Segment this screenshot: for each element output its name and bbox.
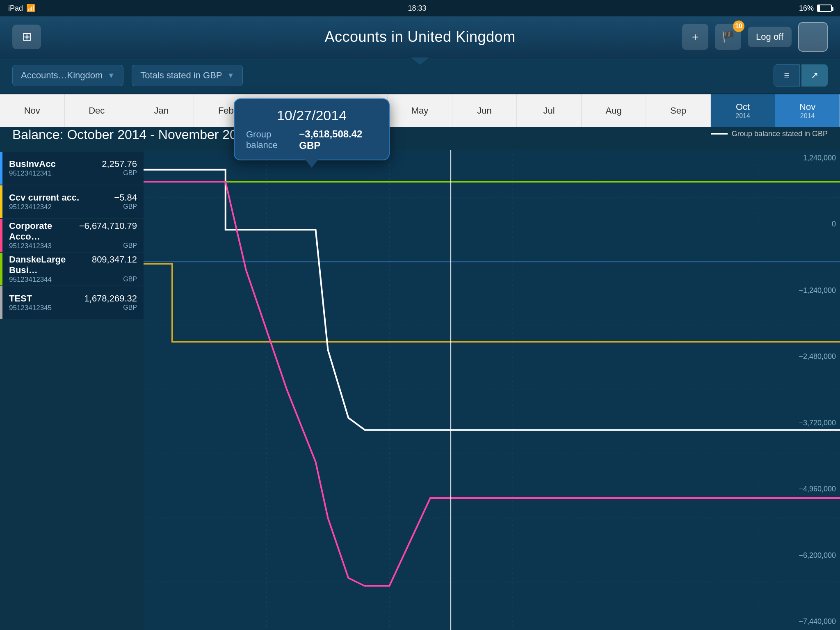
header: ⊞ Accounts in United Kingdom ＋ 🏴 10 Log … — [0, 16, 840, 57]
account-currency-4: GBP — [123, 304, 137, 311]
account-currency-3: GBP — [123, 276, 137, 283]
chart-area — [144, 150, 840, 630]
header-right: ＋ 🏴 10 Log off — [682, 22, 828, 52]
account-currency-2: GBP — [123, 242, 137, 249]
add-icon: ＋ — [690, 30, 701, 44]
view-toggle: ≡ ↗ — [774, 64, 828, 87]
account-balance-3: 809,347.12 — [92, 254, 137, 265]
tooltip-date: 10/27/2014 — [246, 107, 377, 123]
tooltip-value: −3,618,508.42 GBP — [299, 128, 377, 151]
account-name-4: TEST — [9, 293, 32, 304]
tooltip-balance-row: Group balance −3,618,508.42 GBP — [246, 128, 377, 151]
chart-view-button[interactable]: ↗ — [801, 64, 828, 87]
account-balance-4: 1,678,269.32 — [84, 293, 137, 304]
wifi-icon: 📶 — [26, 4, 35, 13]
account-balance-2: −6,674,710.79 — [79, 221, 137, 231]
flag-button[interactable]: 🏴 10 — [715, 24, 741, 50]
month-item-nov-2014[interactable]: Nov2014 — [775, 94, 840, 127]
account-balance-0: 2,257.76 — [102, 159, 137, 169]
list-view-button[interactable]: ≡ — [774, 64, 800, 87]
dropdown2-arrow-icon: ▼ — [227, 71, 234, 80]
totals-dropdown-label: Totals stated in GBP — [140, 70, 222, 81]
account-name-1: Ccv current acc. — [9, 192, 79, 203]
status-bar: iPad 📶 18:33 16% — [0, 0, 840, 16]
totals-dropdown[interactable]: Totals stated in GBP ▼ — [132, 65, 243, 86]
account-number-4: 95123412345 — [9, 304, 52, 312]
logoff-button[interactable]: Log off — [748, 27, 792, 47]
header-dropdown-arrow — [411, 57, 429, 65]
month-item-jul-8[interactable]: Jul — [517, 94, 582, 127]
account-number-2: 95123412343 — [9, 242, 52, 250]
account-currency-1: GBP — [123, 203, 137, 210]
account-name-3: DanskeLarge Busi… — [9, 254, 92, 276]
accounts-dropdown-label: Accounts…Kingdom — [21, 70, 103, 81]
accounts-list: BusInvAcc 2,257.76 95123412341 GBP Ccv c… — [0, 152, 144, 320]
add-button[interactable]: ＋ — [682, 24, 708, 50]
status-right: 16% — [799, 4, 832, 13]
month-item-nov-0[interactable]: Nov — [0, 94, 65, 127]
account-item-1[interactable]: Ccv current acc. −5.84 95123412342 GBP — [0, 185, 144, 218]
battery-icon — [817, 5, 832, 12]
tooltip: 10/27/2014 Group balance −3,618,508.42 G… — [234, 98, 390, 160]
chart-svg — [144, 150, 840, 630]
grid-icon: ⊞ — [22, 30, 32, 43]
account-item-3[interactable]: DanskeLarge Busi… 809,347.12 95123412344… — [0, 253, 144, 285]
device-label: iPad — [8, 4, 23, 13]
battery-percent: 16% — [799, 4, 814, 13]
notification-badge: 10 — [733, 21, 744, 32]
battery-fill — [818, 5, 820, 11]
month-item-may-6[interactable]: May — [388, 94, 452, 127]
header-left: ⊞ — [12, 25, 41, 49]
month-item-jan-2[interactable]: Jan — [129, 94, 194, 127]
account-number-3: 95123412344 — [9, 276, 52, 284]
list-view-icon: ≡ — [784, 70, 790, 81]
avatar[interactable] — [798, 22, 828, 52]
account-item-4[interactable]: TEST 1,678,269.32 95123412345 GBP — [0, 286, 144, 319]
account-number-0: 95123412341 — [9, 169, 52, 178]
status-left: iPad 📶 — [8, 4, 35, 13]
account-number-1: 95123412342 — [9, 203, 52, 211]
account-item-2[interactable]: Corporate Acco… −6,674,710.79 9512341234… — [0, 219, 144, 252]
month-bar: NovDecJanFebMarAprMayJunJulAugSepOct2014… — [0, 94, 840, 127]
month-item-aug-9[interactable]: Aug — [582, 94, 646, 127]
status-time: 18:33 — [408, 4, 426, 13]
legend-line — [711, 133, 728, 135]
month-item-jun-7[interactable]: Jun — [452, 94, 517, 127]
accounts-dropdown[interactable]: Accounts…Kingdom ▼ — [12, 65, 123, 86]
month-item-oct-2014[interactable]: Oct2014 — [711, 94, 776, 127]
dropdown-arrow-icon: ▼ — [107, 71, 115, 80]
account-name-0: BusInvAcc — [9, 159, 56, 169]
chart-view-icon: ↗ — [811, 70, 818, 81]
account-currency-0: GBP — [123, 169, 137, 177]
flag-icon: 🏴 — [721, 30, 735, 43]
header-title: Accounts in United Kingdom — [324, 28, 515, 46]
account-item-0[interactable]: BusInvAcc 2,257.76 95123412341 GBP — [0, 152, 144, 185]
month-item-sep-10[interactable]: Sep — [646, 94, 711, 127]
tooltip-label: Group balance — [246, 129, 299, 151]
account-name-2: Corporate Acco… — [9, 221, 79, 242]
grid-button[interactable]: ⊞ — [12, 25, 41, 49]
account-balance-1: −5.84 — [114, 192, 137, 203]
legend-label: Group balance stated in GBP — [732, 130, 828, 138]
balance-title: Balance: October 2014 - November 20 — [12, 127, 237, 142]
month-item-dec-1[interactable]: Dec — [65, 94, 130, 127]
chart-legend: Group balance stated in GBP — [711, 130, 828, 138]
